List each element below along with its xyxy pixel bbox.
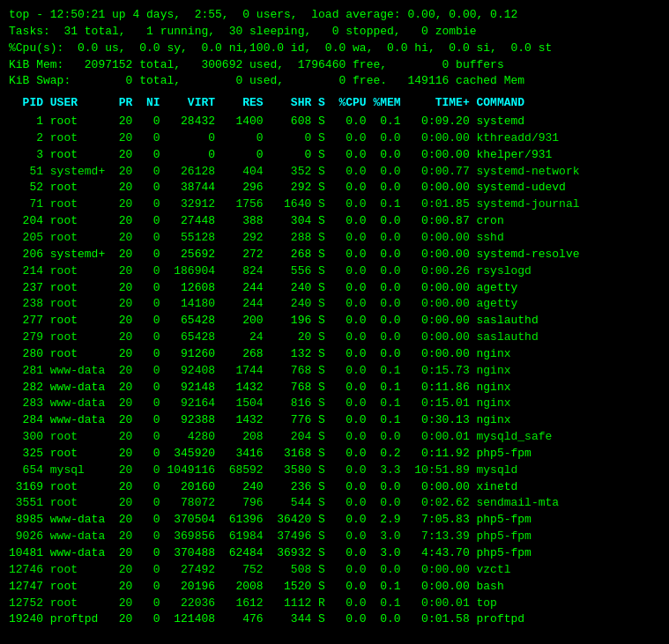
- table-row: 654 mysql 20 0 1049116 68592 3580 S 0.0 …: [9, 463, 660, 479]
- header-line-1: top - 12:50:21 up 4 days, 2:55, 0 users,…: [9, 7, 660, 24]
- header-line-3: %Cpu(s): 0.0 us, 0.0 sy, 0.0 ni,100.0 id…: [9, 41, 660, 57]
- table-row: 283 www-data 20 0 92164 1504 816 S 0.0 0…: [9, 396, 660, 412]
- table-rows-container: 1 root 20 0 28432 1400 608 S 0.0 0.1 0:0…: [9, 114, 660, 628]
- table-row: 238 root 20 0 14180 244 240 S 0.0 0.0 0:…: [9, 296, 660, 313]
- table-row: 71 root 20 0 32912 1756 1640 S 0.0 0.1 0…: [9, 196, 660, 213]
- table-row: 1 root 20 0 28432 1400 608 S 0.0 0.1 0:0…: [9, 114, 660, 130]
- table-row: 280 root 20 0 91260 268 132 S 0.0 0.0 0:…: [9, 346, 660, 363]
- table-row: 3551 root 20 0 78072 796 544 S 0.0 0.0 0…: [9, 495, 660, 512]
- table-row: 206 systemd+ 20 0 25692 272 268 S 0.0 0.…: [9, 247, 660, 263]
- header-line-5: KiB Swap: 0 total, 0 used, 0 free. 14911…: [9, 73, 660, 90]
- header-line-2: Tasks: 31 total, 1 running, 30 sleeping,…: [9, 24, 660, 41]
- table-header: PID USER PR NI VIRT RES SHR S %CPU %MEM …: [9, 95, 660, 112]
- table-row: 9026 www-data 20 0 369856 61984 37496 S …: [9, 529, 660, 545]
- table-row: 3169 root 20 0 20160 240 236 S 0.0 0.0 0…: [9, 479, 660, 496]
- table-row: 279 root 20 0 65428 24 20 S 0.0 0.0 0:00…: [9, 329, 660, 346]
- table-row: 12747 root 20 0 20196 2008 1520 S 0.0 0.…: [9, 579, 660, 596]
- table-row: 284 www-data 20 0 92388 1432 776 S 0.0 0…: [9, 412, 660, 429]
- process-table: PID USER PR NI VIRT RES SHR S %CPU %MEM …: [9, 95, 660, 628]
- table-row: 52 root 20 0 38744 296 292 S 0.0 0.0 0:0…: [9, 180, 660, 196]
- table-row: 12752 root 20 0 22036 1612 1112 R 0.0 0.…: [9, 596, 660, 612]
- table-row: 277 root 20 0 65428 200 196 S 0.0 0.0 0:…: [9, 313, 660, 329]
- table-row: 205 root 20 0 55128 292 288 S 0.0 0.0 0:…: [9, 230, 660, 247]
- table-row: 8985 www-data 20 0 370504 61396 36420 S …: [9, 512, 660, 529]
- table-row: 3 root 20 0 0 0 0 S 0.0 0.0 0:00.00 khel…: [9, 147, 660, 164]
- table-row: 204 root 20 0 27448 388 304 S 0.0 0.0 0:…: [9, 213, 660, 230]
- table-row: 282 www-data 20 0 92148 1432 768 S 0.0 0…: [9, 380, 660, 396]
- table-row: 10481 www-data 20 0 370488 62484 36932 S…: [9, 545, 660, 562]
- table-row: 214 root 20 0 186904 824 556 S 0.0 0.0 0…: [9, 263, 660, 280]
- table-row: 19240 proftpd 20 0 121408 476 344 S 0.0 …: [9, 611, 660, 628]
- table-row: 2 root 20 0 0 0 0 S 0.0 0.0 0:00.00 kthr…: [9, 130, 660, 147]
- table-row: 237 root 20 0 12608 244 240 S 0.0 0.0 0:…: [9, 280, 660, 297]
- table-row: 281 www-data 20 0 92408 1744 768 S 0.0 0…: [9, 363, 660, 380]
- table-row: 12746 root 20 0 27492 752 508 S 0.0 0.0 …: [9, 562, 660, 579]
- table-row: 325 root 20 0 345920 3416 3168 S 0.0 0.2…: [9, 446, 660, 463]
- header-section: top - 12:50:21 up 4 days, 2:55, 0 users,…: [9, 7, 660, 90]
- table-row: 300 root 20 0 4280 208 204 S 0.0 0.0 0:0…: [9, 429, 660, 446]
- header-line-4: KiB Mem: 2097152 total, 300692 used, 179…: [9, 57, 660, 74]
- table-row: 51 systemd+ 20 0 26128 404 352 S 0.0 0.0…: [9, 164, 660, 181]
